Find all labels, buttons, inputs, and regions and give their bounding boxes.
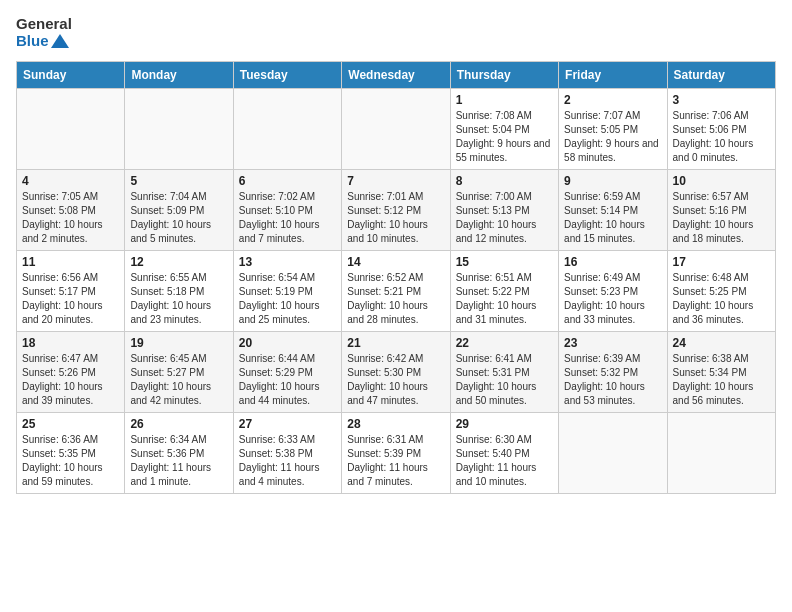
day-info: Sunrise: 6:47 AM Sunset: 5:26 PM Dayligh… xyxy=(22,352,119,408)
table-row: 28Sunrise: 6:31 AM Sunset: 5:39 PM Dayli… xyxy=(342,413,450,494)
day-number: 21 xyxy=(347,336,444,350)
day-number: 11 xyxy=(22,255,119,269)
day-info: Sunrise: 6:33 AM Sunset: 5:38 PM Dayligh… xyxy=(239,433,336,489)
day-number: 25 xyxy=(22,417,119,431)
header-wednesday: Wednesday xyxy=(342,62,450,89)
day-info: Sunrise: 6:56 AM Sunset: 5:17 PM Dayligh… xyxy=(22,271,119,327)
day-number: 4 xyxy=(22,174,119,188)
table-row: 18Sunrise: 6:47 AM Sunset: 5:26 PM Dayli… xyxy=(17,332,125,413)
day-number: 27 xyxy=(239,417,336,431)
day-info: Sunrise: 7:05 AM Sunset: 5:08 PM Dayligh… xyxy=(22,190,119,246)
day-info: Sunrise: 6:48 AM Sunset: 5:25 PM Dayligh… xyxy=(673,271,770,327)
day-info: Sunrise: 6:59 AM Sunset: 5:14 PM Dayligh… xyxy=(564,190,661,246)
calendar-header-row: SundayMondayTuesdayWednesdayThursdayFrid… xyxy=(17,62,776,89)
header-sunday: Sunday xyxy=(17,62,125,89)
day-number: 24 xyxy=(673,336,770,350)
day-number: 18 xyxy=(22,336,119,350)
table-row: 24Sunrise: 6:38 AM Sunset: 5:34 PM Dayli… xyxy=(667,332,775,413)
logo: General Blue xyxy=(16,16,72,49)
table-row: 14Sunrise: 6:52 AM Sunset: 5:21 PM Dayli… xyxy=(342,251,450,332)
table-row: 20Sunrise: 6:44 AM Sunset: 5:29 PM Dayli… xyxy=(233,332,341,413)
table-row: 11Sunrise: 6:56 AM Sunset: 5:17 PM Dayli… xyxy=(17,251,125,332)
table-row: 29Sunrise: 6:30 AM Sunset: 5:40 PM Dayli… xyxy=(450,413,558,494)
day-number: 7 xyxy=(347,174,444,188)
day-number: 28 xyxy=(347,417,444,431)
table-row: 16Sunrise: 6:49 AM Sunset: 5:23 PM Dayli… xyxy=(559,251,667,332)
day-info: Sunrise: 6:57 AM Sunset: 5:16 PM Dayligh… xyxy=(673,190,770,246)
day-number: 17 xyxy=(673,255,770,269)
table-row: 12Sunrise: 6:55 AM Sunset: 5:18 PM Dayli… xyxy=(125,251,233,332)
table-row: 3Sunrise: 7:06 AM Sunset: 5:06 PM Daylig… xyxy=(667,89,775,170)
table-row: 21Sunrise: 6:42 AM Sunset: 5:30 PM Dayli… xyxy=(342,332,450,413)
week-row-1: 1Sunrise: 7:08 AM Sunset: 5:04 PM Daylig… xyxy=(17,89,776,170)
table-row: 22Sunrise: 6:41 AM Sunset: 5:31 PM Dayli… xyxy=(450,332,558,413)
day-number: 23 xyxy=(564,336,661,350)
day-info: Sunrise: 6:39 AM Sunset: 5:32 PM Dayligh… xyxy=(564,352,661,408)
header-thursday: Thursday xyxy=(450,62,558,89)
header-tuesday: Tuesday xyxy=(233,62,341,89)
day-info: Sunrise: 6:38 AM Sunset: 5:34 PM Dayligh… xyxy=(673,352,770,408)
day-info: Sunrise: 7:04 AM Sunset: 5:09 PM Dayligh… xyxy=(130,190,227,246)
table-row xyxy=(233,89,341,170)
day-info: Sunrise: 6:55 AM Sunset: 5:18 PM Dayligh… xyxy=(130,271,227,327)
table-row xyxy=(17,89,125,170)
day-info: Sunrise: 7:00 AM Sunset: 5:13 PM Dayligh… xyxy=(456,190,553,246)
day-number: 1 xyxy=(456,93,553,107)
table-row: 23Sunrise: 6:39 AM Sunset: 5:32 PM Dayli… xyxy=(559,332,667,413)
table-row: 4Sunrise: 7:05 AM Sunset: 5:08 PM Daylig… xyxy=(17,170,125,251)
table-row: 26Sunrise: 6:34 AM Sunset: 5:36 PM Dayli… xyxy=(125,413,233,494)
day-info: Sunrise: 6:49 AM Sunset: 5:23 PM Dayligh… xyxy=(564,271,661,327)
header-monday: Monday xyxy=(125,62,233,89)
table-row: 25Sunrise: 6:36 AM Sunset: 5:35 PM Dayli… xyxy=(17,413,125,494)
day-info: Sunrise: 6:34 AM Sunset: 5:36 PM Dayligh… xyxy=(130,433,227,489)
day-number: 8 xyxy=(456,174,553,188)
day-number: 26 xyxy=(130,417,227,431)
table-row: 13Sunrise: 6:54 AM Sunset: 5:19 PM Dayli… xyxy=(233,251,341,332)
day-number: 14 xyxy=(347,255,444,269)
logo-text: General Blue xyxy=(16,16,72,49)
day-info: Sunrise: 6:52 AM Sunset: 5:21 PM Dayligh… xyxy=(347,271,444,327)
day-info: Sunrise: 7:07 AM Sunset: 5:05 PM Dayligh… xyxy=(564,109,661,165)
table-row: 17Sunrise: 6:48 AM Sunset: 5:25 PM Dayli… xyxy=(667,251,775,332)
calendar-table: SundayMondayTuesdayWednesdayThursdayFrid… xyxy=(16,61,776,494)
week-row-2: 4Sunrise: 7:05 AM Sunset: 5:08 PM Daylig… xyxy=(17,170,776,251)
table-row xyxy=(342,89,450,170)
day-info: Sunrise: 6:54 AM Sunset: 5:19 PM Dayligh… xyxy=(239,271,336,327)
table-row xyxy=(559,413,667,494)
day-number: 2 xyxy=(564,93,661,107)
day-info: Sunrise: 7:02 AM Sunset: 5:10 PM Dayligh… xyxy=(239,190,336,246)
week-row-3: 11Sunrise: 6:56 AM Sunset: 5:17 PM Dayli… xyxy=(17,251,776,332)
day-number: 15 xyxy=(456,255,553,269)
table-row: 8Sunrise: 7:00 AM Sunset: 5:13 PM Daylig… xyxy=(450,170,558,251)
day-number: 16 xyxy=(564,255,661,269)
day-number: 9 xyxy=(564,174,661,188)
header-saturday: Saturday xyxy=(667,62,775,89)
table-row: 2Sunrise: 7:07 AM Sunset: 5:05 PM Daylig… xyxy=(559,89,667,170)
day-info: Sunrise: 6:30 AM Sunset: 5:40 PM Dayligh… xyxy=(456,433,553,489)
day-number: 19 xyxy=(130,336,227,350)
table-row: 9Sunrise: 6:59 AM Sunset: 5:14 PM Daylig… xyxy=(559,170,667,251)
table-row: 7Sunrise: 7:01 AM Sunset: 5:12 PM Daylig… xyxy=(342,170,450,251)
table-row: 27Sunrise: 6:33 AM Sunset: 5:38 PM Dayli… xyxy=(233,413,341,494)
day-info: Sunrise: 6:42 AM Sunset: 5:30 PM Dayligh… xyxy=(347,352,444,408)
svg-marker-0 xyxy=(51,34,69,48)
table-row xyxy=(125,89,233,170)
table-row: 15Sunrise: 6:51 AM Sunset: 5:22 PM Dayli… xyxy=(450,251,558,332)
table-row xyxy=(667,413,775,494)
day-number: 13 xyxy=(239,255,336,269)
page-header: General Blue xyxy=(16,16,776,49)
week-row-4: 18Sunrise: 6:47 AM Sunset: 5:26 PM Dayli… xyxy=(17,332,776,413)
day-info: Sunrise: 6:51 AM Sunset: 5:22 PM Dayligh… xyxy=(456,271,553,327)
day-number: 22 xyxy=(456,336,553,350)
day-info: Sunrise: 7:06 AM Sunset: 5:06 PM Dayligh… xyxy=(673,109,770,165)
table-row: 19Sunrise: 6:45 AM Sunset: 5:27 PM Dayli… xyxy=(125,332,233,413)
day-number: 10 xyxy=(673,174,770,188)
day-info: Sunrise: 7:01 AM Sunset: 5:12 PM Dayligh… xyxy=(347,190,444,246)
day-number: 20 xyxy=(239,336,336,350)
table-row: 10Sunrise: 6:57 AM Sunset: 5:16 PM Dayli… xyxy=(667,170,775,251)
day-info: Sunrise: 7:08 AM Sunset: 5:04 PM Dayligh… xyxy=(456,109,553,165)
day-number: 3 xyxy=(673,93,770,107)
table-row: 5Sunrise: 7:04 AM Sunset: 5:09 PM Daylig… xyxy=(125,170,233,251)
day-info: Sunrise: 6:45 AM Sunset: 5:27 PM Dayligh… xyxy=(130,352,227,408)
header-friday: Friday xyxy=(559,62,667,89)
